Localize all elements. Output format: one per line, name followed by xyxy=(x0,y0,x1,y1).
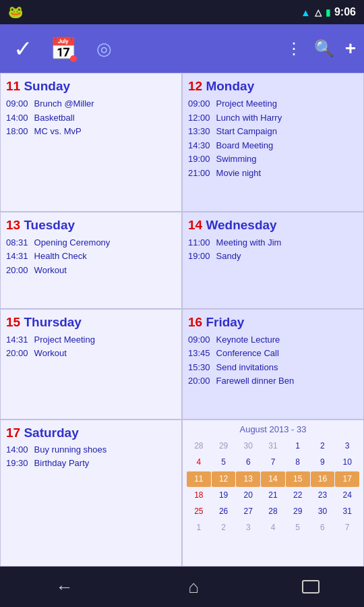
mini-cal-day-25[interactable]: 25 xyxy=(187,504,211,519)
mini-cal-day-24[interactable]: 24 xyxy=(335,488,359,503)
mini-cal-day-16[interactable]: 16 xyxy=(311,471,335,487)
mini-cal-col-3: 31 xyxy=(261,438,285,454)
event-saturday-2[interactable]: 19:30 Birthday Party xyxy=(6,457,176,470)
app-bar-right: ⋮ 🔍 + xyxy=(286,38,356,59)
mini-cal-day-19[interactable]: 19 xyxy=(212,488,236,503)
mini-cal-day-15[interactable]: 15 xyxy=(286,471,310,487)
day-header-friday: 16 Friday xyxy=(188,315,358,330)
mini-cal-day-12[interactable]: 12 xyxy=(212,471,236,487)
mini-cal-day-13[interactable]: 13 xyxy=(236,471,260,487)
event-sunday-2[interactable]: 14:00 Basketball xyxy=(6,111,176,125)
event-friday-1[interactable]: 09:00 Keynote Lecture xyxy=(188,333,358,347)
event-friday-2[interactable]: 13:45 Conference Call xyxy=(188,347,358,360)
event-saturday-1[interactable]: 14:00 Buy running shoes xyxy=(6,443,176,457)
mini-cal-day-30[interactable]: 30 xyxy=(311,504,335,519)
day-header-tuesday: 13 Tuesday xyxy=(6,218,176,233)
mini-calendar-grid: 28 29 30 31 1 2 3 4 5 6 7 8 9 10 11 12 1… xyxy=(187,438,359,536)
event-monday-6[interactable]: 21:00 Movie night xyxy=(188,167,358,180)
mini-calendar[interactable]: August 2013 - 33 28 29 30 31 1 2 3 4 5 6… xyxy=(182,420,364,567)
mini-cal-day-26[interactable]: 26 xyxy=(212,504,236,519)
search-icon[interactable]: 🔍 xyxy=(314,39,334,58)
mini-cal-day-20[interactable]: 20 xyxy=(236,488,260,503)
status-bar-right: ▲ △ ▮ 9:06 xyxy=(301,6,356,18)
day-cell-saturday[interactable]: 17 Saturday 14:00 Buy running shoes 19:3… xyxy=(0,420,182,567)
mini-cal-col-6: 3 xyxy=(335,438,359,454)
mini-cal-next-7[interactable]: 7 xyxy=(335,520,359,536)
event-thursday-1[interactable]: 14:31 Project Meeting xyxy=(6,333,176,347)
calendar-tab-icon[interactable]: 📅 xyxy=(49,34,78,63)
day-cell-sunday[interactable]: 11 Sunday 09:00 Brunch @Miller 14:00 Bas… xyxy=(0,73,182,212)
day-cell-monday[interactable]: 12 Monday 09:00 Project Meeting 12:00 Lu… xyxy=(182,73,364,212)
mini-cal-day-9[interactable]: 9 xyxy=(311,455,335,470)
signal-icon: △ xyxy=(315,7,322,18)
android-mascot-icon: 🐸 xyxy=(8,5,23,20)
mini-cal-day-29[interactable]: 29 xyxy=(286,504,310,519)
status-bar-left: 🐸 xyxy=(8,5,23,20)
mini-cal-next-3[interactable]: 3 xyxy=(236,520,260,536)
mini-cal-col-1: 29 xyxy=(212,438,236,454)
mini-cal-day-31[interactable]: 31 xyxy=(335,504,359,519)
app-bar-left: ✓ 📅 ◎ xyxy=(8,34,119,63)
event-wednesday-2[interactable]: 19:00 Sandy xyxy=(188,250,358,263)
day-cell-thursday[interactable]: 15 Thursday 14:31 Project Meeting 20:00 … xyxy=(0,309,182,420)
event-friday-4[interactable]: 20:00 Farewell dinner Ben xyxy=(188,374,358,388)
mini-cal-next-1[interactable]: 1 xyxy=(187,520,211,536)
event-tuesday-1[interactable]: 08:31 Opening Ceremony xyxy=(6,236,176,250)
add-event-button[interactable]: + xyxy=(345,38,356,59)
event-monday-2[interactable]: 12:00 Lunch with Harry xyxy=(188,111,358,125)
back-button[interactable]: ← xyxy=(44,572,85,602)
mini-cal-day-17[interactable]: 17 xyxy=(335,471,359,487)
compass-icon[interactable]: ◎ xyxy=(89,34,119,63)
mini-cal-day-27[interactable]: 27 xyxy=(236,504,260,519)
mini-cal-day-7[interactable]: 7 xyxy=(261,455,285,470)
mini-cal-day-10[interactable]: 10 xyxy=(335,455,359,470)
calendar-grid: 11 Sunday 09:00 Brunch @Miller 14:00 Bas… xyxy=(0,73,364,567)
event-wednesday-1[interactable]: 11:00 Meeting with Jim xyxy=(188,236,358,250)
mini-cal-day-11[interactable]: 11 xyxy=(187,471,211,487)
day-cell-friday[interactable]: 16 Friday 09:00 Keynote Lecture 13:45 Co… xyxy=(182,309,364,420)
home-button[interactable]: ⌂ xyxy=(173,572,214,602)
mini-cal-day-8[interactable]: 8 xyxy=(286,455,310,470)
status-bar: 🐸 ▲ △ ▮ 9:06 xyxy=(0,0,364,24)
day-header-monday: 12 Monday xyxy=(188,79,358,94)
event-friday-3[interactable]: 15:30 Send invitations xyxy=(188,361,358,374)
day-header-sunday: 11 Sunday xyxy=(6,79,176,94)
event-monday-1[interactable]: 09:00 Project Meeting xyxy=(188,97,358,111)
mini-cal-col-4: 1 xyxy=(286,438,310,454)
mini-cal-day-6[interactable]: 6 xyxy=(236,455,260,470)
mini-cal-day-22[interactable]: 22 xyxy=(286,488,310,503)
day-header-thursday: 15 Thursday xyxy=(6,315,176,330)
event-sunday-1[interactable]: 09:00 Brunch @Miller xyxy=(6,97,176,111)
event-tuesday-3[interactable]: 20:00 Workout xyxy=(6,264,176,277)
wifi-icon: ▲ xyxy=(301,7,311,18)
mini-cal-next-5[interactable]: 5 xyxy=(286,520,310,536)
event-monday-4[interactable]: 14:30 Board Meeting xyxy=(188,139,358,152)
mini-cal-day-14[interactable]: 14 xyxy=(261,471,285,487)
event-thursday-2[interactable]: 20:00 Workout xyxy=(6,347,176,360)
app-bar: ✓ 📅 ◎ ⋮ 🔍 + xyxy=(0,24,364,73)
mini-cal-next-2[interactable]: 2 xyxy=(212,520,236,536)
mini-cal-next-6[interactable]: 6 xyxy=(311,520,335,536)
day-cell-wednesday[interactable]: 14 Wednesday 11:00 Meeting with Jim 19:0… xyxy=(182,212,364,309)
event-tuesday-2[interactable]: 14:31 Health Check xyxy=(6,250,176,263)
time-display: 9:06 xyxy=(334,6,356,18)
mini-cal-next-4[interactable]: 4 xyxy=(261,520,285,536)
event-monday-5[interactable]: 19:00 Swimming xyxy=(188,152,358,166)
mini-cal-day-18[interactable]: 18 xyxy=(187,488,211,503)
mini-cal-day-21[interactable]: 21 xyxy=(261,488,285,503)
overflow-menu-icon[interactable]: ⋮ xyxy=(286,39,303,58)
recents-button[interactable] xyxy=(302,580,320,594)
day-header-wednesday: 14 Wednesday xyxy=(188,218,358,233)
mini-cal-day-5[interactable]: 5 xyxy=(212,455,236,470)
event-sunday-3[interactable]: 18:00 MC vs. MvP xyxy=(6,125,176,138)
mini-cal-day-4[interactable]: 4 xyxy=(187,455,211,470)
bottom-navigation: ← ⌂ xyxy=(0,567,364,607)
mini-cal-day-28[interactable]: 28 xyxy=(261,504,285,519)
mini-cal-day-23[interactable]: 23 xyxy=(311,488,335,503)
day-cell-tuesday[interactable]: 13 Tuesday 08:31 Opening Ceremony 14:31 … xyxy=(0,212,182,309)
checkmark-icon[interactable]: ✓ xyxy=(8,34,38,63)
day-header-saturday: 17 Saturday xyxy=(6,426,176,440)
mini-cal-col-5: 2 xyxy=(311,438,335,454)
battery-icon: ▮ xyxy=(326,7,330,18)
event-monday-3[interactable]: 13:30 Start Campaign xyxy=(188,125,358,138)
